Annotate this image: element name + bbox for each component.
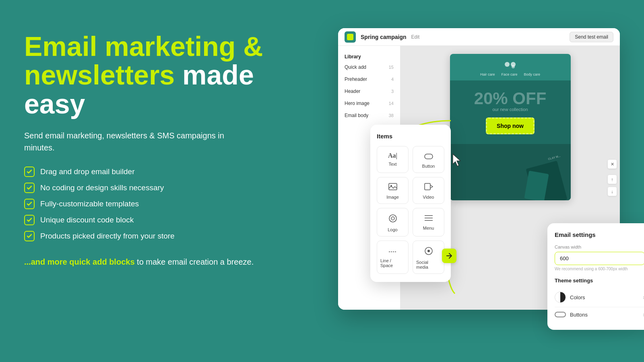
sidebar-label: Quick add [345,64,366,70]
left-section: Email marketing & newsletters made easy … [24,32,298,268]
right-section: Spring campaign Edit Send test email Lib… [338,28,644,342]
theme-settings-title: Theme settings [555,278,644,284]
sidebar-item-quick-add[interactable]: Quick add 15 [338,61,400,73]
items-grid: Aa| Text Button Image Video [377,146,444,274]
menu-icon [424,214,433,223]
item-label: Text [388,162,396,167]
settings-title: Email settings [555,231,644,238]
sidebar-label: Email body [345,113,368,118]
sidebar-count: 38 [389,113,394,118]
app-logo [345,31,356,43]
connector-button[interactable] [442,249,456,263]
line-space-icon [388,247,397,256]
settings-panel: Email settings Canvas width We recommend… [547,223,644,330]
button-icon [424,152,433,161]
sidebar-title: Library [338,51,400,61]
sidebar-item-preheader[interactable]: Preheader 4 [338,73,400,85]
item-label: Line / Space [380,258,405,268]
buttons-label: Buttons [570,312,588,318]
items-panel-title: Items [377,133,444,140]
cta-green: ...and more quick add blocks [24,257,135,266]
discount-text: 20% OFF [456,90,564,107]
email-hero: 20% OFF our new collection Shop now [450,80,571,144]
check-icon [24,167,35,177]
colors-icon [555,292,566,303]
item-label: Video [423,195,434,200]
product-label: CLAY M... [547,154,561,160]
list-item: Fully-customizable templates [24,199,298,209]
list-item: Drag and drop email builder [24,167,298,177]
canvas-width-input[interactable] [555,252,644,265]
sidebar-item-hero-image[interactable]: Hero image 14 [338,97,400,109]
editor-topbar: Spring campaign Edit Send test email [338,28,620,46]
item-label: Image [386,195,399,200]
image-icon [388,183,397,192]
product-image: CLAY M... [450,144,571,200]
sidebar-item-email-body[interactable]: Email body 38 [338,109,400,121]
check-icon [24,199,35,209]
item-image[interactable]: Image [377,177,409,204]
sidebar-label: Hero image [345,101,369,106]
shop-now-button[interactable]: Shop now [486,117,535,134]
social-media-icon [424,247,433,257]
subcopy-text: our new collection [456,107,564,112]
item-label: Menu [423,226,434,230]
list-item: Products picked directly from your store [24,231,298,241]
list-item: No coding or design skills necessary [24,183,298,193]
svg-rect-1 [389,183,397,190]
nav-item: Hair care [480,72,495,76]
item-line-space[interactable]: Line / Space [377,241,409,274]
svg-rect-3 [425,183,430,190]
headline-made: made [182,60,254,90]
scroll-up-button[interactable]: ↑ [608,175,617,184]
headline-line1: Email marketing & [24,31,263,62]
sidebar-label: Header [345,88,360,94]
nav-item: Face care [501,72,517,76]
items-panel: Items Aa| Text Button Image [370,125,451,282]
email-brand [450,54,571,72]
item-menu[interactable]: Menu [413,208,444,237]
item-social-media[interactable]: Social media [413,241,444,274]
email-preview: Hair care Face care Body care 20% OFF ou… [450,54,571,200]
campaign-name: Spring campaign [361,34,407,40]
theme-buttons-left: Buttons [555,312,588,318]
sidebar-count: 15 [389,65,394,70]
item-label: Social media [416,260,441,269]
logo-icon [388,214,397,225]
check-icon [24,215,35,225]
item-label: Logo [388,227,397,232]
svg-rect-0 [425,154,433,159]
item-button[interactable]: Button [413,146,444,173]
close-button[interactable]: ✕ [608,160,617,169]
svg-point-4 [389,215,396,222]
sidebar-count: 14 [389,101,394,106]
list-item: Unique discount code block [24,215,298,225]
theme-colors-row[interactable]: Colors › [555,288,644,307]
canvas-hint: We recommend using a 600-700px width [555,267,644,271]
headline-line2: newsletters [24,60,175,90]
theme-colors-left: Colors [555,292,585,303]
email-nav: Hair care Face care Body care [450,72,571,80]
colors-label: Colors [570,294,585,300]
sidebar-count: 4 [391,77,394,82]
edit-link[interactable]: Edit [411,34,420,40]
sidebar-count: 3 [391,89,394,94]
cta-white: to make email creation a breeze. [137,257,254,266]
sidebar-item-header[interactable]: Header 3 [338,85,400,97]
text-icon: Aa| [388,152,397,159]
scroll-down-button[interactable]: ↓ [608,187,617,196]
nav-item: Body care [524,72,541,76]
feature-checklist: Drag and drop email builder No coding or… [24,167,298,241]
theme-buttons-row[interactable]: Buttons › [555,307,644,322]
svg-point-11 [427,250,430,252]
subtitle: Send email marketing, newsletters & SMS … [24,130,250,154]
video-icon [424,183,433,192]
item-logo[interactable]: Logo [377,208,409,237]
sidebar-label: Preheader [345,76,367,82]
cta-text: ...and more quick add blocks to make ema… [24,256,298,268]
item-video[interactable]: Video [413,177,444,204]
item-text[interactable]: Aa| Text [377,146,409,173]
send-test-button[interactable]: Send test email [570,32,613,42]
check-icon [24,231,35,241]
svg-point-5 [391,217,394,220]
